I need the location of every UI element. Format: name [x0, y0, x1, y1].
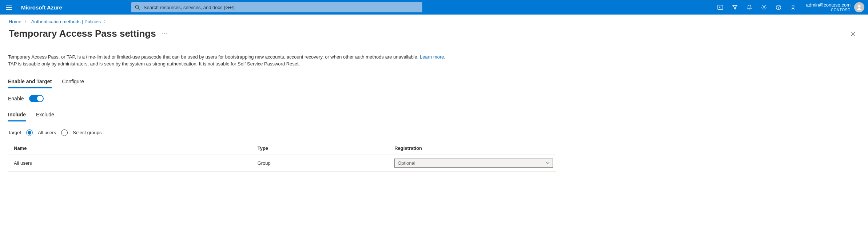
bell-icon	[746, 4, 752, 10]
svg-point-7	[763, 7, 765, 8]
registration-select[interactable]: Optional	[394, 159, 553, 168]
header-utility-icons	[713, 0, 800, 15]
search-icon	[135, 5, 140, 10]
svg-rect-2	[6, 9, 12, 10]
chevron-down-icon	[546, 162, 550, 164]
svg-point-10	[792, 5, 794, 7]
content-area: Temporary Access Pass, or TAP, is a time…	[0, 39, 564, 172]
enable-toggle[interactable]	[29, 95, 44, 102]
subtab-include[interactable]: Include	[8, 111, 26, 121]
table-row[interactable]: All users Group Optional	[8, 155, 556, 171]
account-email: admin@contoso.com	[806, 3, 851, 8]
feedback-button[interactable]	[786, 0, 800, 15]
cell-type: Group	[255, 155, 392, 171]
account-tenant: CONTOSO	[806, 8, 851, 12]
svg-rect-0	[6, 5, 12, 5]
account-text: admin@contoso.com CONTOSO	[806, 3, 851, 12]
breadcrumb-home[interactable]: Home	[9, 19, 21, 24]
chevron-right-icon: 〉	[104, 19, 108, 24]
description-line1: Temporary Access Pass, or TAP, is a time…	[8, 54, 420, 60]
tab-enable-and-target[interactable]: Enable and Target	[8, 78, 52, 88]
main-tabs: Enable and Target Configure	[8, 78, 556, 88]
title-row: Temporary Access Pass settings ···	[0, 24, 868, 39]
learn-more-link[interactable]: Learn more	[420, 54, 444, 60]
page-title: Temporary Access Pass settings	[9, 28, 156, 39]
table-header-row: Name Type Registration	[8, 142, 556, 155]
tab-configure[interactable]: Configure	[62, 78, 84, 88]
settings-button[interactable]	[757, 0, 771, 15]
hamburger-icon	[6, 5, 12, 10]
filter-icon	[732, 4, 738, 10]
description: Temporary Access Pass, or TAP, is a time…	[8, 54, 556, 68]
gear-icon	[761, 4, 767, 10]
column-header-type[interactable]: Type	[255, 142, 392, 155]
cloud-shell-icon	[717, 4, 723, 10]
svg-rect-1	[6, 7, 12, 8]
radio-select-groups-label[interactable]: Select groups	[73, 130, 102, 135]
column-header-name[interactable]: Name	[8, 142, 255, 155]
column-header-registration[interactable]: Registration	[391, 142, 556, 155]
description-line2: TAP is issuable only by administrators, …	[8, 61, 300, 67]
person-icon	[856, 4, 863, 11]
cloud-shell-button[interactable]	[713, 0, 728, 15]
more-actions-button[interactable]: ···	[162, 31, 168, 37]
svg-point-9	[778, 8, 779, 9]
target-row: Target All users Select groups	[8, 129, 556, 136]
radio-all-users-label[interactable]: All users	[38, 130, 56, 135]
enable-label: Enable	[8, 96, 24, 101]
include-exclude-tabs: Include Exclude	[8, 111, 556, 121]
cell-registration: Optional	[391, 155, 556, 171]
close-blade-button[interactable]	[847, 29, 859, 39]
avatar	[854, 2, 864, 12]
chevron-right-icon: 〉	[24, 19, 28, 24]
global-header: Microsoft Azure admin@contoso.com CONTOS…	[0, 0, 868, 15]
help-icon	[776, 4, 781, 10]
close-icon	[851, 31, 856, 36]
subtab-exclude[interactable]: Exclude	[36, 111, 54, 121]
help-button[interactable]	[771, 0, 786, 15]
toggle-knob	[37, 96, 43, 101]
breadcrumb: Home 〉 Authentication methods | Policies…	[0, 15, 868, 24]
enable-row: Enable	[8, 95, 556, 102]
registration-select-value: Optional	[398, 160, 415, 166]
hamburger-menu-button[interactable]	[0, 0, 17, 15]
svg-line-4	[138, 8, 140, 9]
target-label: Target	[8, 130, 21, 135]
global-search[interactable]	[131, 2, 422, 12]
cell-name: All users	[8, 155, 255, 171]
radio-select-groups[interactable]	[61, 129, 68, 136]
account-menu[interactable]: admin@contoso.com CONTOSO	[800, 2, 868, 12]
svg-point-3	[135, 5, 139, 8]
feedback-icon	[790, 4, 796, 10]
directories-button[interactable]	[728, 0, 742, 15]
radio-all-users[interactable]	[26, 129, 33, 136]
search-input[interactable]	[144, 5, 419, 10]
svg-point-11	[858, 5, 861, 8]
brand-label[interactable]: Microsoft Azure	[17, 4, 69, 11]
targets-table: Name Type Registration All users Group O…	[8, 142, 556, 172]
notifications-button[interactable]	[742, 0, 757, 15]
breadcrumb-auth-methods[interactable]: Authentication methods | Policies	[31, 19, 101, 24]
